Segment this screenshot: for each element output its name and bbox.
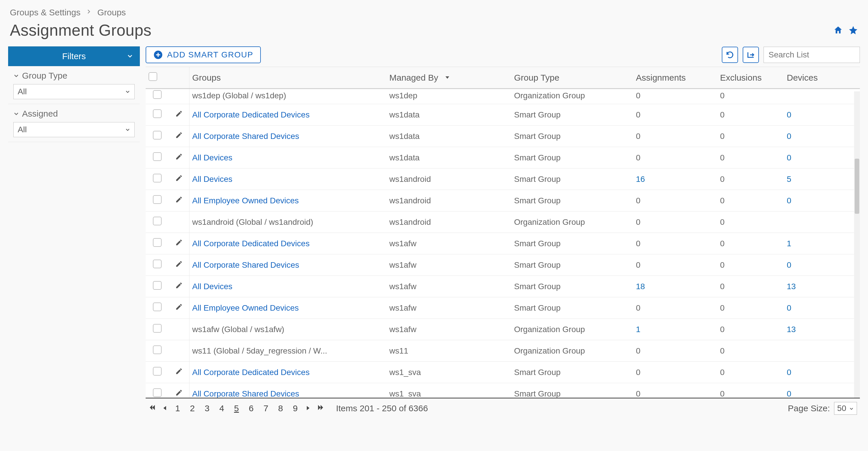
cell-devices[interactable]: 0 xyxy=(784,190,860,212)
cell-group-name[interactable]: All Corporate Dedicated Devices xyxy=(189,104,386,126)
group-type-select[interactable]: All xyxy=(13,84,134,99)
star-icon[interactable] xyxy=(848,25,858,35)
pencil-icon[interactable] xyxy=(175,174,183,184)
row-checkbox[interactable] xyxy=(153,109,162,118)
row-checkbox[interactable] xyxy=(153,174,162,183)
row-checkbox[interactable] xyxy=(153,367,162,376)
col-header-devices[interactable]: Devices xyxy=(784,67,860,89)
pager-page-number[interactable]: 5 xyxy=(232,403,241,414)
search-input[interactable] xyxy=(764,47,860,63)
row-checkbox[interactable] xyxy=(153,152,162,161)
pager-page-number[interactable]: 6 xyxy=(247,403,255,414)
scrollbar-thumb[interactable] xyxy=(855,159,859,214)
pencil-icon[interactable] xyxy=(175,303,183,312)
cell-group-name[interactable]: All Corporate Dedicated Devices xyxy=(189,362,386,383)
add-smart-group-button[interactable]: ADD SMART GROUP xyxy=(146,46,261,63)
group-name[interactable]: All Devices xyxy=(192,153,232,162)
table-row[interactable]: All Corporate Dedicated Devicesws1dataSm… xyxy=(146,104,860,126)
pencil-icon[interactable] xyxy=(175,260,183,269)
cell-group-name[interactable]: All Devices xyxy=(189,147,386,168)
col-header-managed-by[interactable]: Managed By xyxy=(386,67,511,89)
filter-heading-assigned[interactable]: Assigned xyxy=(13,109,134,119)
table-row[interactable]: ws1dep (Global / ws1dep)ws1depOrganizati… xyxy=(146,89,860,104)
cell-devices[interactable]: 0 xyxy=(784,383,860,398)
cell-devices[interactable]: 0 xyxy=(784,254,860,276)
pager-page-number[interactable]: 8 xyxy=(276,403,285,414)
row-checkbox[interactable] xyxy=(153,388,162,397)
group-name[interactable]: All Devices xyxy=(192,174,232,184)
vertical-scrollbar[interactable] xyxy=(854,91,860,398)
pager-next[interactable] xyxy=(305,404,312,413)
pencil-icon[interactable] xyxy=(175,153,183,162)
group-name[interactable]: All Corporate Dedicated Devices xyxy=(192,110,310,119)
table-row[interactable]: All Devicesws1afwSmart Group18013 xyxy=(146,276,860,297)
pencil-icon[interactable] xyxy=(175,368,183,377)
row-checkbox[interactable] xyxy=(153,90,162,99)
table-row[interactable]: All Corporate Shared Devicesws1afwSmart … xyxy=(146,254,860,276)
group-name[interactable]: All Corporate Dedicated Devices xyxy=(192,368,310,377)
cell-group-name[interactable]: All Corporate Shared Devices xyxy=(189,126,386,147)
row-checkbox[interactable] xyxy=(153,346,162,354)
cell-group-name[interactable]: All Employee Owned Devices xyxy=(189,297,386,319)
breadcrumb-leaf[interactable]: Groups xyxy=(97,7,126,18)
cell-group-name[interactable]: All Devices xyxy=(189,168,386,190)
table-row[interactable]: All Corporate Dedicated Devicesws1afwSma… xyxy=(146,233,860,254)
cell-devices[interactable]: 0 xyxy=(784,126,860,147)
row-checkbox[interactable] xyxy=(153,324,162,333)
cell-group-name[interactable]: All Corporate Shared Devices xyxy=(189,383,386,398)
home-icon[interactable] xyxy=(833,25,843,35)
row-checkbox[interactable] xyxy=(153,217,162,225)
row-checkbox[interactable] xyxy=(153,238,162,247)
table-row[interactable]: All Corporate Dedicated Devicesws1_svaSm… xyxy=(146,362,860,383)
cell-group-name[interactable]: All Devices xyxy=(189,276,386,297)
pencil-icon[interactable] xyxy=(175,282,183,291)
table-row[interactable]: All Devicesws1dataSmart Group000 xyxy=(146,147,860,168)
group-name[interactable]: All Devices xyxy=(192,282,232,291)
pager-first[interactable] xyxy=(149,404,156,413)
table-row[interactable]: All Corporate Shared Devicesws1dataSmart… xyxy=(146,126,860,147)
cell-assignments[interactable]: 1 xyxy=(633,319,717,340)
table-row[interactable]: ws11 (Global / 5day_regression / W...ws1… xyxy=(146,340,860,362)
pager-page-number[interactable]: 4 xyxy=(218,403,226,414)
assigned-select[interactable]: All xyxy=(13,122,134,137)
col-header-groups[interactable]: Groups xyxy=(189,67,386,89)
pager-page-number[interactable]: 1 xyxy=(174,403,182,414)
cell-assignments[interactable]: 18 xyxy=(633,276,717,297)
pencil-icon[interactable] xyxy=(175,196,183,205)
pencil-icon[interactable] xyxy=(175,132,183,141)
filter-heading-group-type[interactable]: Group Type xyxy=(13,71,134,80)
pager-last[interactable] xyxy=(317,404,324,413)
pencil-icon[interactable] xyxy=(175,110,183,119)
cell-devices[interactable]: 1 xyxy=(784,233,860,254)
cell-devices[interactable]: 0 xyxy=(784,297,860,319)
table-row[interactable]: All Employee Owned Devicesws1afwSmart Gr… xyxy=(146,297,860,319)
pencil-icon[interactable] xyxy=(175,239,183,248)
cell-group-name[interactable]: All Corporate Shared Devices xyxy=(189,254,386,276)
pencil-icon[interactable] xyxy=(175,389,183,398)
cell-devices[interactable]: 13 xyxy=(784,276,860,297)
group-name[interactable]: All Employee Owned Devices xyxy=(192,303,299,312)
row-checkbox[interactable] xyxy=(153,131,162,139)
group-name[interactable]: All Corporate Shared Devices xyxy=(192,260,300,269)
table-row[interactable]: All Devicesws1androidSmart Group1605 xyxy=(146,168,860,190)
row-checkbox[interactable] xyxy=(153,195,162,204)
export-button[interactable] xyxy=(743,47,759,63)
cell-devices[interactable]: 0 xyxy=(784,147,860,168)
row-checkbox[interactable] xyxy=(153,281,162,290)
group-name[interactable]: All Corporate Shared Devices xyxy=(192,389,300,398)
select-all-checkbox[interactable] xyxy=(149,72,157,81)
pager-prev[interactable] xyxy=(161,404,168,413)
cell-devices[interactable]: 13 xyxy=(784,319,860,340)
col-header-group-type[interactable]: Group Type xyxy=(511,67,633,89)
filters-toggle[interactable]: Filters xyxy=(8,46,140,66)
pager-page-number[interactable]: 9 xyxy=(291,403,300,414)
group-name[interactable]: All Employee Owned Devices xyxy=(192,196,299,205)
col-header-assignments[interactable]: Assignments xyxy=(633,67,717,89)
pager-page-number[interactable]: 7 xyxy=(262,403,270,414)
cell-devices[interactable]: 0 xyxy=(784,104,860,126)
table-row[interactable]: ws1android (Global / ws1android)ws1andro… xyxy=(146,212,860,233)
pager-page-number[interactable]: 3 xyxy=(203,403,211,414)
col-header-exclusions[interactable]: Exclusions xyxy=(717,67,784,89)
cell-devices[interactable]: 5 xyxy=(784,168,860,190)
table-row[interactable]: All Corporate Shared Devicesws1_svaSmart… xyxy=(146,383,860,398)
